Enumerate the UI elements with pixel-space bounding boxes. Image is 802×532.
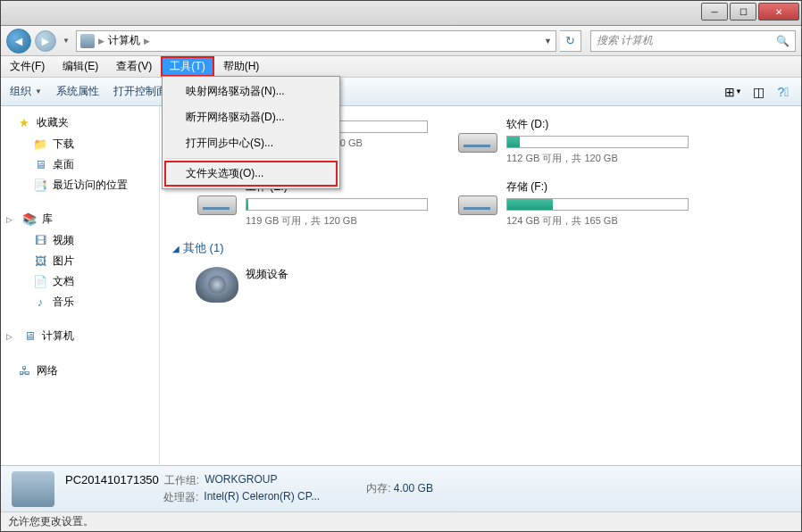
webcam-icon [196, 267, 238, 303]
menu-edit[interactable]: 编辑(E) [54, 56, 107, 77]
device-item[interactable]: 视频设备 [192, 263, 431, 306]
music-icon: ♪ [33, 295, 47, 310]
drive-item[interactable]: 存储 (F:) 124 GB 可用，共 165 GB [453, 176, 692, 231]
toolbar-organize[interactable]: 组织 ▼ [10, 84, 42, 99]
computer-icon [80, 34, 95, 48]
chevron-down-icon: ▼ [35, 87, 42, 96]
drive-icon [456, 117, 499, 153]
toolbar-system-properties[interactable]: 系统属性 [56, 84, 99, 99]
breadcrumb-item[interactable]: 计算机 [108, 33, 140, 48]
back-button[interactable]: ◄ [6, 29, 31, 54]
video-icon: 🎞 [33, 234, 47, 248]
network-icon: 🖧 [17, 364, 31, 378]
section-other[interactable]: ◢ 其他 (1) [172, 240, 798, 256]
menu-view[interactable]: 查看(V) [107, 56, 161, 77]
menubar: 文件(F) 编辑(E) 查看(V) 工具(T) 帮助(H) 映射网络驱动器(N)… [1, 56, 801, 78]
maximize-button[interactable]: ☐ [730, 3, 756, 21]
history-dropdown[interactable]: ▼ [60, 29, 72, 54]
search-placeholder: 搜索 计算机 [597, 33, 653, 48]
drive-usage-bar [506, 136, 689, 148]
nav-bar: ◄ ► ▼ ▶ 计算机 ▶ ▼ ↻ 搜索 计算机 🔍 [1, 26, 801, 56]
sidebar-video[interactable]: 🎞 视频 [1, 230, 159, 251]
menu-file[interactable]: 文件(F) [1, 56, 54, 77]
desktop-icon: 🖥 [33, 158, 47, 172]
library-icon: 📚 [22, 212, 37, 227]
sidebar-favorites[interactable]: ★ 收藏夹 [1, 113, 159, 134]
dropdown-map-network[interactable]: 映射网络驱动器(N)... [164, 79, 338, 104]
sidebar-computer[interactable]: ▷ 🖥 计算机 [1, 327, 159, 347]
sidebar-desktop[interactable]: 🖥 桌面 [1, 154, 159, 175]
drive-icon [456, 179, 499, 215]
explorer-window: ─ ☐ ✕ ◄ ► ▼ ▶ 计算机 ▶ ▼ ↻ 搜索 计算机 🔍 文件(F) 编… [0, 0, 802, 532]
toolbar: 组织 ▼ 系统属性 打开控制面板 ⊞▼ ◫ ?⃝ [1, 78, 801, 106]
sidebar-pictures[interactable]: 🖼 图片 [1, 251, 159, 271]
minimize-button[interactable]: ─ [701, 3, 728, 21]
sidebar: ★ 收藏夹 📁 下载 🖥 桌面 📑 最近访问的位置 ▷ [1, 106, 160, 465]
dropdown-disconnect-network[interactable]: 断开网络驱动器(D)... [164, 104, 338, 130]
forward-button[interactable]: ► [35, 30, 56, 52]
sidebar-recent[interactable]: 📑 最近访问的位置 [1, 175, 159, 195]
triangle-down-icon: ◢ [172, 244, 180, 254]
toolbar-right: ⊞▼ ◫ ?⃝ [724, 83, 792, 101]
refresh-button[interactable]: ↻ [560, 30, 581, 52]
drive-usage-bar [506, 198, 689, 211]
close-button[interactable]: ✕ [758, 3, 799, 21]
sidebar-library[interactable]: ▷ 📚 库 [1, 210, 159, 230]
preview-pane-icon[interactable]: ◫ [749, 83, 767, 101]
menu-help[interactable]: 帮助(H) [214, 56, 269, 77]
dropdown-open-sync[interactable]: 打开同步中心(S)... [164, 130, 338, 156]
pictures-icon: 🖼 [33, 254, 47, 269]
dropdown-separator [165, 158, 337, 159]
chevron-right-icon: ▶ [144, 37, 150, 46]
recent-icon: 📑 [33, 179, 47, 193]
menu-tools[interactable]: 工具(T) [161, 56, 213, 77]
documents-icon: 📄 [33, 275, 47, 289]
sidebar-network[interactable]: 🖧 网络 [1, 362, 159, 382]
downloads-icon: 📁 [33, 137, 47, 152]
sidebar-documents[interactable]: 📄 文档 [1, 271, 159, 292]
computer-large-icon [12, 471, 54, 507]
titlebar: ─ ☐ ✕ [1, 1, 801, 26]
chevron-down-icon[interactable]: ▼ [544, 37, 552, 46]
body: ★ 收藏夹 📁 下载 🖥 桌面 📑 最近访问的位置 ▷ [1, 106, 801, 465]
tools-dropdown: 映射网络驱动器(N)... 断开网络驱动器(D)... 打开同步中心(S)...… [162, 76, 340, 189]
dropdown-folder-options[interactable]: 文件夹选项(O)... [164, 161, 338, 187]
search-icon: 🔍 [776, 35, 789, 47]
star-icon: ★ [17, 116, 31, 130]
details-pane: PC201410171350 工作组: WORKGROUP 处理器: Intel… [1, 465, 801, 511]
breadcrumb[interactable]: ▶ 计算机 ▶ ▼ [76, 30, 556, 52]
help-icon[interactable]: ?⃝ [774, 83, 792, 101]
drive-item[interactable]: 软件 (D:) 112 GB 可用，共 120 GB [453, 113, 692, 169]
statusbar: 允许您更改设置。 [1, 511, 801, 531]
computer-icon: 🖥 [22, 329, 37, 344]
chevron-right-icon: ▶ [98, 37, 104, 46]
sidebar-music[interactable]: ♪ 音乐 [1, 292, 159, 312]
window-controls: ─ ☐ ✕ [701, 1, 801, 25]
search-input[interactable]: 搜索 计算机 🔍 [590, 30, 796, 52]
drive-usage-bar [246, 198, 428, 211]
view-options-icon[interactable]: ⊞▼ [724, 83, 742, 101]
sidebar-downloads[interactable]: 📁 下载 [1, 134, 159, 154]
